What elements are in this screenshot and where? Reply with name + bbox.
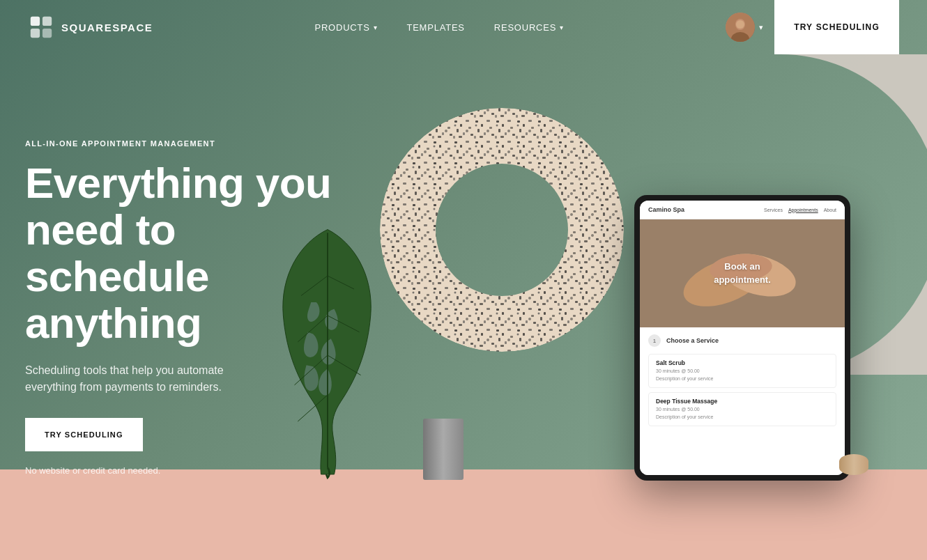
nav-links: PRODUCTS ▾ TEMPLATES RESOURCES ▾ bbox=[314, 22, 563, 33]
user-avatar-button[interactable]: ▾ bbox=[726, 13, 763, 42]
nav-products[interactable]: PRODUCTS ▾ bbox=[314, 22, 377, 33]
cylinder-decoration bbox=[839, 454, 868, 475]
hero-section: Camino Spa Services Appointments About bbox=[0, 0, 927, 560]
hero-footnote: No website or credit card needed. bbox=[25, 465, 360, 476]
pink-floor bbox=[0, 469, 927, 560]
logo-text: SQUARESPACE bbox=[61, 22, 153, 33]
nav-right: ▾ TRY SCHEDULING bbox=[726, 0, 899, 54]
tablet-frame: Camino Spa Services Appointments About bbox=[634, 195, 850, 481]
avatar-svg bbox=[726, 13, 755, 42]
avatar-chevron-icon: ▾ bbox=[759, 23, 763, 32]
service-detail-1a: 30 minutes @ 50.00 bbox=[656, 368, 829, 375]
stone-block-decoration bbox=[423, 419, 464, 480]
step-number: 1 bbox=[648, 334, 661, 347]
hero-content: ALL-IN-ONE APPOINTMENT MANAGEMENT Everyt… bbox=[25, 139, 360, 476]
tablet-nav-services: Services bbox=[764, 208, 783, 212]
hero-title: Everything you need to schedule anything bbox=[25, 160, 360, 347]
navbar: SQUARESPACE PRODUCTS ▾ TEMPLATES RESOURC… bbox=[0, 0, 927, 54]
service-detail-2b: Description of your service bbox=[656, 414, 829, 421]
svg-point-22 bbox=[380, 108, 624, 352]
service-card-1[interactable]: Salt Scrub 30 minutes @ 50.00 Descriptio… bbox=[648, 354, 836, 388]
tablet-step-indicator: 1 Choose a Service bbox=[648, 334, 836, 347]
tablet-nav-about: About bbox=[824, 208, 836, 212]
svg-rect-3 bbox=[43, 29, 52, 38]
svg-rect-2 bbox=[31, 29, 40, 38]
svg-rect-0 bbox=[31, 17, 40, 26]
hero-subtitle: Scheduling tools that help you automate … bbox=[25, 362, 276, 396]
svg-point-7 bbox=[736, 20, 744, 29]
svg-rect-1 bbox=[43, 17, 52, 26]
nav-try-scheduling-button[interactable]: TRY SCHEDULING bbox=[774, 0, 899, 54]
chevron-down-icon: ▾ bbox=[374, 24, 378, 31]
tablet-nav-appointments: Appointments bbox=[788, 208, 818, 212]
step-label: Choose a Service bbox=[666, 337, 719, 344]
tablet-device: Camino Spa Services Appointments About bbox=[634, 195, 850, 481]
avatar bbox=[726, 13, 755, 42]
terrazzo-svg bbox=[369, 98, 634, 362]
avatar-image bbox=[726, 13, 755, 42]
tablet-nav: Services Appointments About bbox=[764, 208, 836, 212]
logo[interactable]: SQUARESPACE bbox=[28, 14, 153, 40]
hero-eyebrow: ALL-IN-ONE APPOINTMENT MANAGEMENT bbox=[25, 139, 360, 148]
squarespace-logo-icon bbox=[28, 14, 54, 40]
tablet-header: Camino Spa Services Appointments About bbox=[640, 201, 845, 219]
service-detail-1b: Description of your service bbox=[656, 375, 829, 383]
tablet-hero-text: Book anappointment. bbox=[714, 260, 771, 286]
service-detail-2a: 30 minutes @ 50.00 bbox=[656, 406, 829, 414]
hero-try-scheduling-button[interactable]: TRY SCHEDULING bbox=[25, 418, 143, 451]
tablet-body: 1 Choose a Service Salt Scrub 30 minutes… bbox=[640, 327, 845, 475]
tablet-site-name: Camino Spa bbox=[648, 206, 684, 213]
terrazzo-ring bbox=[369, 98, 634, 362]
service-card-2[interactable]: Deep Tissue Massage 30 minutes @ 50.00 D… bbox=[648, 392, 836, 426]
tablet-hero-image: Book anappointment. bbox=[640, 219, 845, 327]
nav-resources[interactable]: RESOURCES ▾ bbox=[494, 22, 564, 33]
nav-templates[interactable]: TEMPLATES bbox=[406, 22, 464, 33]
service-name-1: Salt Scrub bbox=[656, 359, 829, 366]
tablet-screen: Camino Spa Services Appointments About bbox=[640, 201, 845, 475]
service-name-2: Deep Tissue Massage bbox=[656, 398, 829, 405]
chevron-down-icon: ▾ bbox=[560, 24, 564, 31]
